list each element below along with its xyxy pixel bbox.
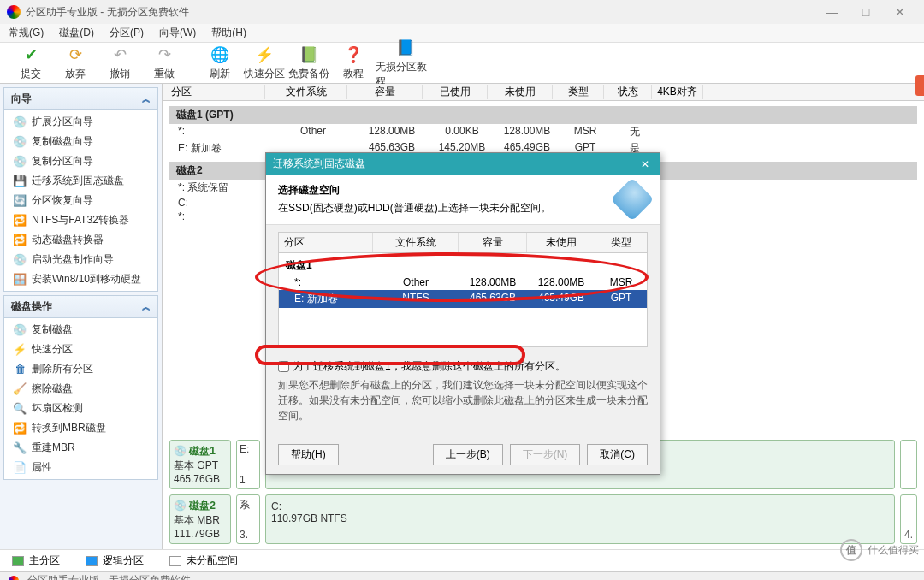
disk2-seg-last[interactable]: 4. bbox=[900, 494, 917, 544]
copy-icon: 💿 bbox=[13, 135, 27, 149]
ssd-icon: 💾 bbox=[13, 175, 27, 188]
op-quick-partition[interactable]: ⚡快速分区 bbox=[4, 340, 157, 359]
backup-icon: 📗 bbox=[299, 44, 319, 65]
col-free[interactable]: 未使用 bbox=[488, 85, 553, 99]
dialog-delete-checkbox[interactable]: 为了迁移系统到磁盘1，我愿意删除这个磁盘上的所有分区。 bbox=[278, 359, 648, 374]
close-button[interactable]: ✕ bbox=[883, 5, 917, 19]
dialog-row-selected[interactable]: E: 新加卷NTFS465.63GB465.49GBGPT bbox=[279, 290, 647, 308]
convert-icon: 🔁 bbox=[13, 422, 27, 435]
diskops-panel-header[interactable]: 磁盘操作︽ bbox=[4, 296, 157, 318]
refresh-button[interactable]: 🌐刷新 bbox=[198, 44, 242, 81]
wizard-panel-header[interactable]: 向导︽ bbox=[4, 88, 157, 110]
wizard-migrate-ssd[interactable]: 💾迁移系统到固态磁盘 bbox=[4, 171, 157, 191]
quickpart-icon: ⚡ bbox=[254, 44, 275, 65]
disk1-seg-last[interactable] bbox=[900, 440, 917, 489]
redo-button[interactable]: ↷重做 bbox=[142, 44, 187, 81]
quickpart-button[interactable]: ⚡快速分区 bbox=[242, 44, 287, 81]
op-convert-mbr[interactable]: 🔁转换到MBR磁盘 bbox=[4, 418, 157, 438]
watermark-text: 什么值得买 bbox=[868, 543, 919, 558]
wipe-icon: 🧹 bbox=[13, 382, 27, 396]
wizard-extend[interactable]: 💿扩展分区向导 bbox=[4, 112, 157, 132]
windows-icon: 🪟 bbox=[13, 273, 27, 287]
op-wipe-disk[interactable]: 🧹擦除磁盘 bbox=[4, 379, 157, 399]
wizard-boot-disc[interactable]: 💿启动光盘制作向导 bbox=[4, 250, 157, 269]
wizard-recover[interactable]: 🔄分区恢复向导 bbox=[4, 191, 157, 210]
dialog-row[interactable]: *:Other128.00MB128.00MBMSR bbox=[279, 275, 647, 290]
col-fs[interactable]: 文件系统 bbox=[265, 85, 347, 99]
minimize-button[interactable]: — bbox=[814, 5, 849, 19]
grid-header: 分区 文件系统 容量 已使用 未使用 类型 状态 4KB对齐 bbox=[163, 84, 924, 101]
menu-wizard[interactable]: 向导(W) bbox=[159, 26, 196, 40]
watermark-icon: 值 bbox=[840, 539, 862, 561]
op-properties[interactable]: 📄属性 bbox=[4, 458, 157, 477]
titlebar: 分区助手专业版 - 无损分区免费软件 — □ ✕ bbox=[0, 0, 924, 24]
legend: 主分区 逻辑分区 未分配空间 bbox=[0, 549, 924, 571]
diskops-panel: 磁盘操作︽ 💿复制磁盘 ⚡快速分区 🗑删除所有分区 🧹擦除磁盘 🔍坏扇区检测 🔁… bbox=[3, 295, 158, 480]
undo-button[interactable]: ↶撤销 bbox=[98, 44, 142, 81]
ssd-cube-icon bbox=[611, 178, 654, 222]
disk1-seg-a[interactable]: E:1 bbox=[236, 440, 260, 489]
op-bad-sector[interactable]: 🔍坏扇区检测 bbox=[4, 399, 157, 418]
toolbar: ✔提交 ⟳放弃 ↶撤销 ↷重做 🌐刷新 ⚡快速分区 📗免费备份 ❓教程 📘无损分… bbox=[0, 43, 924, 84]
wizard-copy-disk[interactable]: 💿复制磁盘向导 bbox=[4, 132, 157, 151]
convert-icon: 🔁 bbox=[13, 234, 27, 247]
chevron-up-icon: ︽ bbox=[142, 93, 151, 105]
col-capacity[interactable]: 容量 bbox=[347, 85, 423, 99]
check-icon: ✔ bbox=[21, 44, 41, 65]
dialog-disk-list: 磁盘1 *:Other128.00MB128.00MBMSR E: 新加卷NTF… bbox=[278, 253, 648, 347]
menu-partition[interactable]: 分区(P) bbox=[110, 26, 144, 40]
submit-button[interactable]: ✔提交 bbox=[9, 44, 53, 81]
quick-icon: ⚡ bbox=[13, 343, 27, 357]
wizard-dynamic-convert[interactable]: 🔁动态磁盘转换器 bbox=[4, 230, 157, 250]
side-tab[interactable] bbox=[915, 75, 924, 96]
legend-unalloc: 未分配空间 bbox=[169, 553, 238, 568]
op-copy-disk[interactable]: 💿复制磁盘 bbox=[4, 320, 157, 340]
col-used[interactable]: 已使用 bbox=[423, 85, 488, 99]
table-row[interactable]: *:Other128.00MB0.00KB128.00MBMSR无 bbox=[169, 124, 917, 140]
disk1-section: 磁盘1 (GPT) *:Other128.00MB0.00KB128.00MBM… bbox=[169, 106, 917, 157]
maximize-button[interactable]: □ bbox=[849, 5, 883, 19]
diskbar-2[interactable]: 💿 磁盘2基本 MBR111.79GB 系3. C:110.97GB NTFS … bbox=[169, 494, 917, 544]
scan-icon: 🔍 bbox=[13, 402, 27, 416]
col-type[interactable]: 类型 bbox=[553, 85, 604, 99]
app-icon-small bbox=[9, 576, 19, 581]
next-button[interactable]: 下一步(N) bbox=[510, 444, 581, 465]
copy-icon: 💿 bbox=[13, 323, 27, 337]
discard-button[interactable]: ⟳放弃 bbox=[53, 44, 98, 81]
disk2-seg-a[interactable]: 系3. bbox=[236, 494, 260, 544]
wizard-copy-partition[interactable]: 💿复制分区向导 bbox=[4, 151, 157, 171]
backup-button[interactable]: 📗免费备份 bbox=[287, 44, 331, 81]
discard-icon: ⟳ bbox=[65, 44, 86, 65]
op-rebuild-mbr[interactable]: 🔧重建MBR bbox=[4, 438, 157, 458]
dialog-disk-label: 磁盘1 bbox=[279, 253, 647, 275]
lossless-course-button[interactable]: 📘无损分区教程 bbox=[376, 38, 435, 89]
dialog-head-desc: 在SSD(固态硬盘)或HDD(普通硬盘)上选择一块未分配空间。 bbox=[278, 201, 608, 216]
disk2-seg-main[interactable]: C:110.97GB NTFS bbox=[265, 494, 895, 544]
chevron-up-icon: ︽ bbox=[142, 301, 151, 313]
convert-icon: 🔁 bbox=[13, 214, 27, 228]
cancel-button[interactable]: 取消(C) bbox=[587, 444, 648, 465]
window-title: 分区助手专业版 - 无损分区免费软件 bbox=[26, 5, 814, 20]
recover-icon: 🔄 bbox=[13, 194, 27, 208]
menu-disk[interactable]: 磁盘(D) bbox=[59, 26, 94, 40]
app-icon bbox=[7, 5, 21, 19]
wizard-ntfs-fat32[interactable]: 🔁NTFS与FAT32转换器 bbox=[4, 210, 157, 230]
delete-all-checkbox[interactable] bbox=[278, 361, 289, 372]
menu-general[interactable]: 常规(G) bbox=[9, 26, 44, 40]
wizard-install-win[interactable]: 🪟安装Win8/10到移动硬盘 bbox=[4, 269, 157, 289]
migrate-dialog: 迁移系统到固态磁盘 ✕ 选择磁盘空间 在SSD(固态硬盘)或HDD(普通硬盘)上… bbox=[265, 152, 660, 475]
help-button[interactable]: 帮助(H) bbox=[278, 444, 339, 465]
col-4k[interactable]: 4KB对齐 bbox=[652, 85, 703, 99]
col-partition[interactable]: 分区 bbox=[163, 85, 265, 99]
dialog-grid-header: 分区 文件系统 容量 未使用 类型 bbox=[278, 232, 648, 253]
dialog-titlebar: 迁移系统到固态磁盘 ✕ bbox=[266, 153, 660, 175]
op-delete-all[interactable]: 🗑删除所有分区 bbox=[4, 359, 157, 379]
menu-help[interactable]: 帮助(H) bbox=[211, 26, 246, 40]
dialog-close-button[interactable]: ✕ bbox=[637, 158, 653, 170]
dialog-note: 如果您不想删除所有磁盘上的分区，我们建议您选择一块未分配空间以便实现这个迁移。如… bbox=[278, 377, 648, 423]
prev-button[interactable]: 上一步(B) bbox=[433, 444, 503, 465]
copy-icon: 💿 bbox=[13, 155, 27, 169]
undo-icon: ↶ bbox=[110, 44, 130, 65]
course-button[interactable]: ❓教程 bbox=[331, 44, 376, 81]
col-status[interactable]: 状态 bbox=[604, 85, 652, 99]
